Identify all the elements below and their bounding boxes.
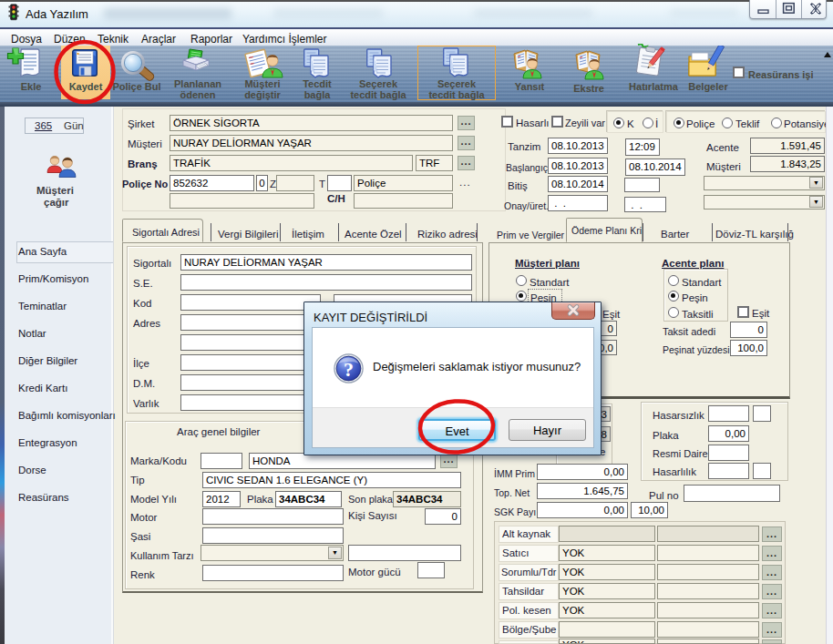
svg-text:?: ? xyxy=(344,358,354,381)
